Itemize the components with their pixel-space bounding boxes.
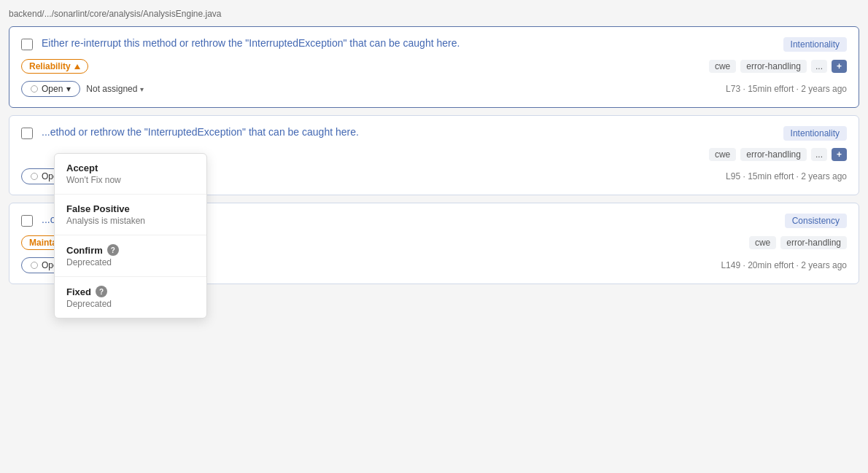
status-label-1: Open <box>42 84 63 94</box>
issue-title-2[interactable]: ...ethod or rethrow the "InterruptedExce… <box>42 126 775 138</box>
confirm-help-icon[interactable]: ? <box>107 244 119 256</box>
assign-label-1: Not assigned <box>86 84 137 94</box>
breadcrumb: backend/.../sonarlint/core/analysis/Anal… <box>9 9 859 19</box>
dropdown-item-false-positive[interactable]: False Positive Analysis is mistaken <box>55 195 206 235</box>
issue-meta-1: L73 · 15min effort · 2 years ago <box>726 84 847 94</box>
dropdown-item-accept[interactable]: Accept Won't Fix now <box>55 154 206 195</box>
radio-dot-2 <box>31 173 38 180</box>
status-button-1[interactable]: Open ▾ <box>21 81 80 97</box>
issue-header-1: Either re-interrupt this method or rethr… <box>21 37 847 52</box>
tag-more-1[interactable]: ... <box>811 60 827 73</box>
issue-checkbox-2[interactable] <box>21 128 33 139</box>
issue-checkbox-3[interactable] <box>21 215 33 227</box>
dropdown-confirm-title: Confirm ? <box>66 244 195 256</box>
issue-footer-1: Open ▾ Not assigned ▾ L73 · 15min effort… <box>21 81 847 97</box>
status-dropdown: Accept Won't Fix now False Positive Anal… <box>54 153 207 300</box>
dropdown-fixed-title: Fixed ? <box>66 286 195 297</box>
status-chevron-1: ▾ <box>66 84 71 94</box>
tag-error-handling-1[interactable]: error-handling <box>740 60 807 73</box>
issue-meta-3: L149 · 20min effort · 2 years ago <box>721 260 847 270</box>
tag-cwe-2[interactable]: cwe <box>709 148 736 161</box>
tag-error-handling-3[interactable]: error-handling <box>780 236 847 249</box>
issue-title-1[interactable]: Either re-interrupt this method or rethr… <box>42 37 775 49</box>
tag-plus-1[interactable]: + <box>832 60 847 73</box>
tag-reliability-1: Reliability <box>21 59 88 74</box>
issue-header-2: ...ethod or rethrow the "InterruptedExce… <box>21 126 847 141</box>
dropdown-accept-title: Accept <box>66 163 195 173</box>
dropdown-item-fixed[interactable]: Fixed ? Deprecated <box>55 277 206 300</box>
assign-button-1[interactable]: Not assigned ▾ <box>86 84 144 94</box>
dropdown-accept-subtitle: Won't Fix now <box>66 175 195 185</box>
issue-badge-3: Consistency <box>785 214 847 228</box>
reliability-label: Reliability <box>29 61 71 71</box>
arrow-up-icon <box>74 64 80 69</box>
dropdown-false-positive-subtitle: Analysis is mistaken <box>66 216 195 226</box>
issue-badge-1: Intentionality <box>783 37 847 52</box>
tag-more-2[interactable]: ... <box>811 148 827 161</box>
radio-dot-1 <box>31 85 38 93</box>
tag-error-handling-2[interactable]: error-handling <box>740 148 807 161</box>
dropdown-false-positive-title: False Positive <box>66 203 195 214</box>
dropdown-confirm-subtitle: Deprecated <box>66 257 195 267</box>
assign-chevron-1: ▾ <box>140 85 144 93</box>
fixed-help-icon[interactable]: ? <box>96 286 107 297</box>
tag-plus-2[interactable]: + <box>832 148 847 161</box>
radio-dot-3 <box>31 262 38 269</box>
issue-badge-2: Intentionality <box>783 126 847 141</box>
tag-cwe-3[interactable]: cwe <box>749 236 776 249</box>
dropdown-item-confirm[interactable]: Confirm ? Deprecated <box>55 235 206 277</box>
issue-checkbox-1[interactable] <box>21 39 33 50</box>
dropdown-fixed-subtitle: Deprecated <box>66 299 195 300</box>
issue-card-1: Either re-interrupt this method or rethr… <box>9 26 859 108</box>
tags-row-1: Reliability cwe error-handling ... + <box>21 59 847 74</box>
tag-cwe-1[interactable]: cwe <box>709 60 736 73</box>
issue-meta-2: L95 · 15min effort · 2 years ago <box>726 171 847 181</box>
